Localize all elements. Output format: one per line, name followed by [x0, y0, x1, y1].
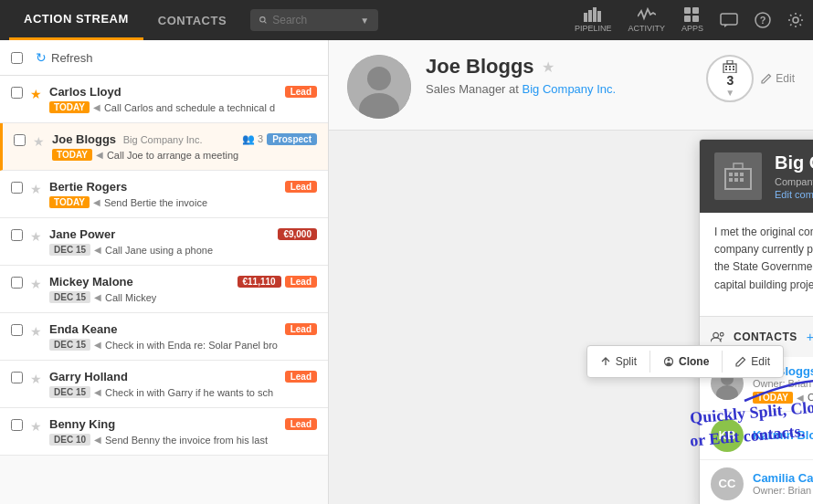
- contact-title: Sales Manager at Big Company Inc.: [426, 82, 692, 96]
- company-logo: [714, 152, 762, 200]
- task-arrow: ◀: [96, 150, 103, 160]
- lead-badge: Lead: [285, 181, 317, 193]
- svg-rect-5: [597, 11, 601, 22]
- action-item[interactable]: ★ Garry Holland Lead DEC 15 ◀ Check in w…: [0, 361, 328, 408]
- split-icon: [600, 356, 611, 367]
- star-icon[interactable]: ★: [30, 182, 42, 196]
- nav-help[interactable]: ?: [755, 12, 771, 28]
- svg-point-14: [793, 17, 798, 23]
- refresh-button[interactable]: ↻ Refresh: [30, 47, 99, 68]
- prospect-badge: Prospect: [267, 133, 317, 145]
- lead-badge: Lead: [285, 323, 317, 335]
- company-edit-link[interactable]: Edit company: [775, 189, 813, 200]
- star-icon[interactable]: ★: [30, 87, 42, 101]
- action-item[interactable]: ★ Joe Bloggs Big Company Inc. 👥 3 Prospe…: [0, 123, 328, 171]
- action-item[interactable]: ★ Carlos Lloyd Lead TODAY ◀ Call Carlos …: [0, 76, 328, 123]
- star-icon[interactable]: ★: [30, 324, 42, 339]
- clone-option[interactable]: Clone: [650, 350, 722, 373]
- star-icon[interactable]: ★: [30, 372, 42, 386]
- select-all-checkbox[interactable]: [11, 52, 23, 64]
- date-badge: DEC 15: [49, 386, 90, 398]
- date-badge: DEC 15: [49, 339, 90, 351]
- clone-icon: [663, 356, 674, 367]
- item-checkbox[interactable]: [11, 419, 23, 431]
- contact-star[interactable]: ★: [542, 58, 554, 76]
- star-icon[interactable]: ★: [30, 419, 42, 434]
- action-item[interactable]: ★ Benny King Lead DEC 10 ◀ Send Benny th…: [0, 408, 328, 456]
- contact-info: Joe Bloggs ★ Sales Manager at Big Compan…: [426, 55, 692, 96]
- search-dropdown-arrow[interactable]: ▼: [360, 16, 369, 26]
- item-checkbox[interactable]: [11, 87, 23, 99]
- date-badge: DEC 10: [49, 434, 90, 446]
- item-checkbox[interactable]: [11, 182, 23, 194]
- contact-name: Enda Keane: [49, 322, 117, 336]
- contact-full-name: Joe Bloggs: [426, 55, 534, 79]
- nav-chat[interactable]: [720, 13, 738, 27]
- main-layout: ↻ Refresh ★ Carlos Lloyd Lead TODAY ◀ Ca…: [0, 40, 813, 504]
- company-building-icon: [722, 160, 755, 193]
- company-count: 3: [726, 73, 734, 88]
- action-item[interactable]: ★ Bertie Rogers Lead TODAY ◀ Send Bertie…: [0, 171, 328, 218]
- contact-name: Garry Holland: [49, 370, 128, 383]
- task-text: Call Carlos and schedule a technical d: [104, 102, 275, 113]
- action-item[interactable]: ★ Enda Keane Lead DEC 15 ◀ Check in with…: [0, 313, 328, 361]
- svg-rect-7: [692, 7, 699, 14]
- svg-rect-31: [734, 178, 738, 182]
- svg-point-34: [713, 332, 719, 338]
- search-icon: [259, 15, 267, 26]
- search-input[interactable]: [272, 14, 354, 26]
- task-text: Send Benny the invoice from his last: [105, 435, 268, 446]
- nav-settings[interactable]: [787, 12, 804, 28]
- action-item[interactable]: ★ Jane Power €9,000 DEC 15 ◀ Call Jane u…: [0, 218, 328, 266]
- svg-rect-27: [729, 173, 733, 176]
- task-arrow: ◀: [94, 435, 101, 445]
- contact-row-avatar: CC: [711, 467, 744, 500]
- item-checkbox[interactable]: [14, 134, 26, 146]
- date-badge: TODAY: [49, 196, 90, 208]
- edit-icon: [761, 73, 772, 84]
- search-box[interactable]: ▼: [250, 9, 378, 31]
- nav-apps[interactable]: APPS: [681, 7, 703, 33]
- tab-action-stream[interactable]: ACTION STREAM: [9, 0, 143, 40]
- task-text: Call Joe to arrange a meeting: [107, 150, 238, 161]
- contacts-icon: [711, 331, 724, 342]
- action-item[interactable]: ★ Mickey Malone €11,110 Lead DEC 15 ◀ Ca…: [0, 266, 328, 313]
- item-checkbox[interactable]: [11, 324, 23, 336]
- building-icon: [722, 60, 738, 73]
- contact-name: Carlos Lloyd: [49, 85, 121, 99]
- company-description: I met the original contact Jane at the a…: [714, 224, 813, 294]
- contact-row[interactable]: CC Camilia Carter / Sales Manager Owner:…: [700, 460, 813, 504]
- contact-name: Benny King: [49, 417, 115, 431]
- contact-row-owner: Owner: Brian M.: [753, 485, 813, 496]
- amount-badge: €11,110: [238, 276, 281, 288]
- svg-point-16: [367, 67, 391, 90]
- lead-badge: Lead: [285, 371, 317, 383]
- svg-text:?: ?: [760, 15, 766, 26]
- star-icon[interactable]: ★: [30, 277, 42, 291]
- company-popup-header: Big Company Inc. Company created Feb 08,…: [700, 140, 813, 213]
- contact-company-link[interactable]: Big Company Inc.: [523, 82, 617, 96]
- task-text: Call Jane using a phone: [105, 245, 213, 256]
- item-checkbox[interactable]: [11, 372, 23, 383]
- svg-line-1: [265, 21, 267, 23]
- company-meta: Company created Feb 08, 2016.: [775, 176, 813, 187]
- task-arrow: ◀: [94, 387, 101, 397]
- nav-pipeline[interactable]: PIPELINE: [575, 7, 612, 33]
- svg-rect-9: [692, 16, 699, 22]
- tab-contacts[interactable]: CONTACTS: [143, 0, 241, 40]
- task-arrow: ◀: [93, 197, 100, 207]
- item-checkbox[interactable]: [11, 229, 23, 241]
- add-contact-link[interactable]: + Add a contact: [807, 324, 813, 350]
- nav-activity[interactable]: ACTIVITY: [628, 7, 665, 33]
- svg-rect-4: [593, 7, 597, 22]
- star-icon[interactable]: ★: [30, 229, 42, 244]
- svg-rect-28: [734, 173, 738, 176]
- item-checkbox[interactable]: [11, 277, 23, 289]
- contact-row-name: Camilia Carter: [753, 471, 813, 485]
- task-arrow: ◀: [94, 245, 101, 255]
- date-badge: TODAY: [49, 101, 90, 113]
- edit-contact-button[interactable]: Edit: [761, 72, 795, 85]
- star-icon[interactable]: ★: [33, 134, 45, 149]
- company-count-bubble[interactable]: 3 ▼: [706, 55, 754, 102]
- split-option[interactable]: Split: [587, 350, 649, 373]
